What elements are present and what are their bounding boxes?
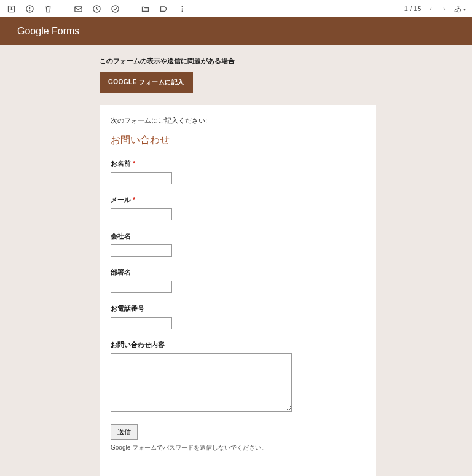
- separator: [130, 4, 130, 14]
- svg-point-2: [30, 10, 30, 11]
- svg-point-8: [181, 10, 183, 12]
- form-title: お問い合わせ: [111, 134, 365, 147]
- prev-icon[interactable]: ‹: [427, 4, 435, 14]
- next-icon[interactable]: ›: [441, 4, 448, 14]
- input-phone[interactable]: [111, 317, 172, 329]
- label-phone: お電話番号: [111, 304, 365, 313]
- input-name[interactable]: [111, 172, 172, 184]
- submit-button[interactable]: 送信: [111, 424, 138, 440]
- field-phone: お電話番号: [111, 304, 365, 329]
- spam-icon[interactable]: [25, 4, 34, 14]
- label-name: お名前 *: [111, 159, 365, 168]
- task-icon[interactable]: [110, 4, 120, 14]
- textarea-inquiry[interactable]: [111, 353, 292, 412]
- archive-icon[interactable]: [6, 4, 16, 14]
- input-company[interactable]: [111, 244, 172, 257]
- trouble-section: このフォームの表示や送信に問題がある場合 GOOGLE フォームに記入: [0, 45, 472, 93]
- svg-point-5: [111, 5, 118, 12]
- svg-rect-3: [74, 6, 81, 11]
- label-company: 会社名: [111, 232, 365, 241]
- label-inquiry: お問い合わせ内容: [111, 340, 365, 349]
- label-icon[interactable]: [159, 4, 168, 14]
- snooze-icon[interactable]: [92, 4, 101, 14]
- mail-icon[interactable]: [73, 4, 83, 14]
- label-email: メール *: [111, 195, 365, 205]
- field-email: メール *: [111, 195, 365, 220]
- trouble-message: このフォームの表示や送信に問題がある場合: [100, 57, 472, 66]
- field-company: 会社名: [111, 232, 365, 257]
- language-toggle[interactable]: あ ▾: [454, 4, 466, 14]
- toolbar-right-group: 1 / 15 ‹ › あ ▾: [404, 4, 466, 14]
- delete-icon[interactable]: [43, 4, 53, 14]
- move-icon[interactable]: [140, 4, 150, 14]
- password-warning: Google フォームでパスワードを送信しないでください。: [111, 443, 365, 452]
- input-department[interactable]: [111, 281, 172, 293]
- svg-point-7: [181, 8, 183, 9]
- gmail-toolbar: 1 / 15 ‹ › あ ▾: [0, 0, 472, 17]
- separator: [63, 4, 63, 14]
- svg-point-6: [181, 6, 183, 7]
- field-department: 部署名: [111, 268, 365, 293]
- form-card: 次のフォームにご記入ください: お問い合わせ お名前 * メール * 会社名 部…: [100, 105, 376, 476]
- email-body: Google Forms このフォームの表示や送信に問題がある場合 GOOGLE…: [0, 17, 472, 476]
- more-icon[interactable]: [177, 4, 187, 14]
- field-inquiry: お問い合わせ内容: [111, 340, 365, 413]
- page-indicator: 1 / 15: [404, 5, 422, 12]
- toolbar-left-group: [6, 4, 187, 14]
- fill-in-forms-button[interactable]: GOOGLE フォームに記入: [100, 72, 193, 93]
- input-email[interactable]: [111, 208, 172, 220]
- form-instruction: 次のフォームにご記入ください:: [111, 116, 365, 125]
- form-header: Google Forms: [0, 17, 472, 45]
- field-name: お名前 *: [111, 159, 365, 184]
- label-department: 部署名: [111, 268, 365, 277]
- google-forms-logo: Google Forms: [17, 26, 79, 36]
